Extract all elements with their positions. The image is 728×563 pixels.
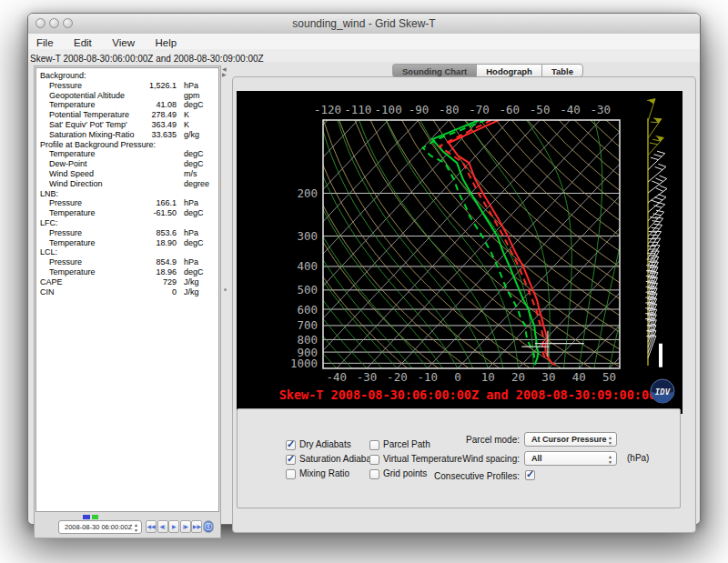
svg-text:-90: -90 — [409, 103, 430, 116]
splitter-collapse-icons[interactable]: ◀▶ — [222, 66, 227, 77]
parameter-row: Pressure1,526.1hPa — [40, 81, 215, 91]
sounding-data-pane: Background:Pressure1,526.1hPaGeopotentia… — [34, 65, 221, 538]
parameter-section-label: Background: — [40, 71, 215, 81]
wind-spacing-value: All — [531, 454, 542, 463]
parameter-row: CAPE729J/kg — [40, 277, 215, 287]
svg-text:400: 400 — [297, 259, 318, 273]
parameter-row: Dew-PointdegC — [40, 159, 215, 169]
parameter-row: Temperature18.90degC — [40, 238, 215, 248]
checkbox-parcel-path[interactable] — [369, 440, 379, 450]
svg-text:50: 50 — [602, 370, 616, 384]
time-animation-strip: 2008-08-30 06:00:00Z ▲▼ ◀◀◀|▶|▶▶▶ⓘ — [35, 512, 219, 537]
svg-text:IDV: IDV — [655, 387, 671, 397]
svg-text:10: 10 — [481, 370, 495, 384]
checkbox-virtual-temperature[interactable] — [369, 455, 379, 465]
label-wind-spacing: Wind spacing: — [447, 454, 520, 464]
svg-text:-30: -30 — [357, 370, 378, 384]
sounding-parameter-list[interactable]: Background:Pressure1,526.1hPaGeopotentia… — [35, 67, 219, 512]
wind-spacing-dropdown[interactable]: All ▲▼ — [524, 451, 617, 466]
tab-sounding-chart[interactable]: Sounding Chart — [392, 64, 476, 77]
label-consecutive-profiles: Consecutive Profiles: — [415, 471, 520, 481]
app-window: sounding_wind - Grid Skew-T File Edit Vi… — [27, 13, 701, 525]
svg-text:600: 600 — [297, 303, 318, 317]
svg-text:-100: -100 — [375, 103, 402, 116]
svg-text:-40: -40 — [560, 103, 581, 116]
parameter-row: Temperature-61.50degC — [40, 208, 215, 218]
parcel-mode-value: At Cursor Pressure — [531, 435, 607, 444]
parcel-mode-dropdown[interactable]: At Cursor Pressure ▲▼ — [524, 432, 617, 447]
parameter-row: Pressure854.9hPa — [40, 257, 215, 267]
svg-text:700: 700 — [297, 318, 318, 332]
svg-text:-60: -60 — [500, 103, 521, 116]
checkbox-dry-adiabats[interactable] — [286, 440, 296, 450]
svg-text:1000: 1000 — [290, 357, 318, 370]
parameter-section-label: LNB: — [40, 189, 215, 199]
menu-file[interactable]: File — [28, 35, 62, 48]
parameter-row: Temperature41.08degC — [40, 100, 215, 110]
splitter-handle[interactable] — [224, 288, 227, 291]
step-forward-button[interactable]: |▶ — [180, 520, 191, 533]
svg-text:30: 30 — [541, 370, 555, 384]
label-mixing-ratio: Mixing Ratio — [299, 468, 349, 478]
checkbox-consecutive-profiles[interactable] — [525, 470, 535, 480]
parameter-section-label: Profile at Background Pressure: — [40, 140, 215, 150]
label-dry-adiabats: Dry Adiabats — [299, 439, 351, 449]
time-indicator-green — [92, 515, 98, 519]
parameter-row: Geopotential Altitudegpm — [40, 91, 215, 101]
time-select-dropdown[interactable]: 2008-08-30 06:00:00Z ▲▼ — [58, 520, 142, 534]
go-to-last-button[interactable]: ▶▶ — [191, 520, 202, 533]
tab-hodograph[interactable]: Hodograph — [476, 64, 541, 77]
parameter-row: CIN0J/kg — [40, 287, 215, 297]
checkbox-saturation-adiabats[interactable] — [286, 455, 296, 465]
parameter-row: Pressure166.1hPa — [40, 198, 215, 208]
svg-text:-120: -120 — [314, 103, 341, 116]
parameter-row: Temperature18.96degC — [40, 267, 215, 277]
checkbox-grid-points[interactable] — [369, 469, 379, 479]
parameter-row: Pressure853.6hPa — [40, 228, 215, 238]
svg-text:-40: -40 — [327, 370, 348, 384]
parameter-section-label: LCL: — [40, 247, 215, 257]
menu-bar: File Edit View Help — [28, 34, 700, 50]
svg-text:-20: -20 — [387, 370, 408, 384]
chart-controls-panel: Dry Adiabats Saturation Adiabats Mixing … — [237, 408, 681, 508]
titlebar[interactable]: sounding_wind - Grid Skew-T — [28, 14, 700, 35]
parameter-row: Sat' Equiv' Pot' Temp'363.49K — [40, 120, 215, 130]
parameter-row: Saturation Mixing-Ratio33.635g/kg — [40, 130, 215, 140]
parameter-row: Potential Temperature278.49K — [40, 110, 215, 120]
menu-edit[interactable]: Edit — [66, 35, 100, 48]
time-indicator-blue — [83, 515, 90, 519]
checkbox-mixing-ratio[interactable] — [286, 469, 296, 479]
svg-text:-80: -80 — [439, 103, 460, 116]
screen: { "window": { "title": "sounding_wind - … — [0, 0, 728, 563]
chart-title: Skew-T 2008-08-30:06:00:00Z and 2008-08-… — [279, 387, 664, 402]
label-saturation-adiabats: Saturation Adiabats — [299, 454, 379, 464]
sounding-chart-group: -120-110-100-90-80-70-60-50-40-30-40-30-… — [232, 76, 696, 533]
svg-text:300: 300 — [297, 229, 318, 243]
window-title: sounding_wind - Grid Skew-T — [28, 17, 700, 30]
parameter-row: TemperaturedegC — [40, 149, 215, 159]
svg-text:-50: -50 — [530, 103, 551, 116]
idv-logo: IDV — [651, 379, 674, 403]
label-parcel-mode: Parcel mode: — [447, 435, 520, 445]
svg-text:0: 0 — [454, 370, 461, 384]
go-to-first-button[interactable]: ◀◀ — [146, 520, 157, 533]
tab-table[interactable]: Table — [541, 64, 583, 77]
window-content: Background:Pressure1,526.1hPaGeopotentia… — [28, 62, 700, 524]
view-label-bar: Skew-T 2008-08-30:06:00:00Z and 2008-08-… — [28, 49, 700, 63]
dropdown-stepper-icon: ▲▼ — [134, 522, 138, 533]
svg-text:500: 500 — [297, 283, 318, 297]
time-value: 2008-08-30 06:00:00Z — [65, 523, 132, 531]
svg-text:-30: -30 — [590, 103, 611, 116]
menu-help[interactable]: Help — [147, 35, 185, 48]
play-button[interactable]: ▶ — [168, 520, 179, 533]
step-back-button[interactable]: ◀| — [157, 520, 168, 533]
svg-text:200: 200 — [297, 186, 318, 200]
skewt-chart[interactable]: -120-110-100-90-80-70-60-50-40-30-40-30-… — [237, 91, 682, 414]
dropdown-stepper-icon: ▲▼ — [608, 435, 612, 446]
svg-text:-110: -110 — [344, 103, 371, 116]
pane-splitter[interactable]: ◀▶ — [221, 65, 230, 538]
skewt-svg: -120-110-100-90-80-70-60-50-40-30-40-30-… — [237, 91, 682, 414]
properties-button[interactable]: ⓘ — [203, 520, 214, 533]
parameter-row: Wind Directiondegree — [40, 179, 215, 189]
menu-view[interactable]: View — [104, 35, 143, 48]
